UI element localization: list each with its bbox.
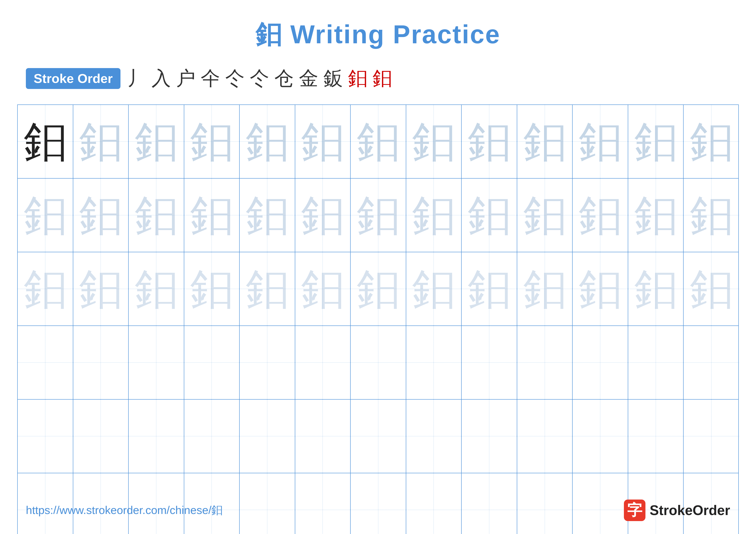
grid-row-2: 鈤 鈤 鈤 鈤 鈤 鈤 鈤 鈤 鈤 鈤 鈤 鈤 鈤: [18, 179, 738, 252]
grid-cell[interactable]: 鈤: [628, 252, 684, 325]
grid-cell[interactable]: 鈤: [295, 179, 351, 252]
grid-cell[interactable]: 鈤: [351, 105, 406, 178]
grid-cell[interactable]: [18, 326, 73, 399]
grid-cell[interactable]: 鈤: [240, 252, 295, 325]
grid-cell[interactable]: 鈤: [73, 252, 129, 325]
grid-cell[interactable]: [684, 399, 739, 473]
footer-logo: 字 StrokeOrder: [624, 499, 730, 521]
footer: https://www.strokeorder.com/chinese/鈤 字 …: [0, 499, 756, 521]
footer-url[interactable]: https://www.strokeorder.com/chinese/鈤: [26, 503, 223, 518]
grid-cell[interactable]: [628, 326, 684, 399]
grid-cell[interactable]: 鈤: [517, 179, 573, 252]
grid-cell[interactable]: 鈤: [684, 105, 739, 178]
grid-cell[interactable]: 鈤: [295, 105, 351, 178]
grid-cell[interactable]: 鈤: [129, 105, 184, 178]
grid-cell[interactable]: 鈤: [684, 252, 739, 325]
grid-row-5: [18, 399, 738, 473]
grid-cell[interactable]: 鈤: [573, 105, 628, 178]
grid-row-4: [18, 326, 738, 399]
grid-cell[interactable]: 鈤: [351, 179, 406, 252]
grid-cell[interactable]: [240, 399, 295, 473]
grid-cell[interactable]: [517, 326, 573, 399]
grid-cell[interactable]: 鈤: [684, 179, 739, 252]
grid-cell[interactable]: 鈤: [406, 105, 462, 178]
grid-cell[interactable]: 鈤: [73, 179, 129, 252]
grid-cell[interactable]: [240, 326, 295, 399]
grid-cell[interactable]: 鈤: [129, 252, 184, 325]
grid-row-3: 鈤 鈤 鈤 鈤 鈤 鈤 鈤 鈤 鈤 鈤 鈤 鈤 鈤: [18, 252, 738, 326]
grid-cell[interactable]: 鈤: [18, 105, 73, 178]
grid-cell[interactable]: 鈤: [240, 179, 295, 252]
grid-row-1: 鈤 鈤 鈤 鈤 鈤 鈤 鈤 鈤 鈤 鈤 鈤 鈤 鈤: [18, 105, 738, 179]
grid-cell[interactable]: [406, 326, 462, 399]
grid-cell[interactable]: 鈤: [573, 179, 628, 252]
grid-cell[interactable]: 鈤: [628, 179, 684, 252]
grid-cell[interactable]: 鈤: [462, 252, 517, 325]
logo-icon: 字: [624, 499, 645, 521]
grid-cell[interactable]: [73, 326, 129, 399]
grid-cell[interactable]: [295, 399, 351, 473]
grid-cell[interactable]: [295, 326, 351, 399]
grid-cell[interactable]: 鈤: [240, 105, 295, 178]
grid-cell[interactable]: [684, 326, 739, 399]
grid-cell[interactable]: [573, 326, 628, 399]
grid-cell[interactable]: [462, 326, 517, 399]
grid-cell[interactable]: 鈤: [129, 179, 184, 252]
grid-cell[interactable]: 鈤: [184, 252, 240, 325]
logo-text: StrokeOrder: [650, 502, 730, 518]
grid-cell[interactable]: 鈤: [517, 105, 573, 178]
grid-cell[interactable]: [351, 399, 406, 473]
page-title: 鈤 Writing Practice: [0, 0, 756, 52]
grid-cell[interactable]: 鈤: [18, 179, 73, 252]
grid-cell[interactable]: 鈤: [18, 252, 73, 325]
grid-cell[interactable]: 鈤: [573, 252, 628, 325]
grid-cell[interactable]: 鈤: [184, 105, 240, 178]
grid-cell[interactable]: 鈤: [406, 252, 462, 325]
grid-cell[interactable]: [129, 326, 184, 399]
grid-cell[interactable]: [18, 399, 73, 473]
grid-cell[interactable]: 鈤: [462, 179, 517, 252]
grid-cell[interactable]: [517, 399, 573, 473]
grid-cell[interactable]: [351, 326, 406, 399]
practice-grid: 鈤 鈤 鈤 鈤 鈤 鈤 鈤 鈤 鈤 鈤 鈤 鈤 鈤 鈤 鈤 鈤 鈤 鈤 鈤 鈤 …: [17, 105, 739, 534]
stroke-order-row: Stroke Order 丿 入 户 仐 仒 仒 仓 金 鈑 鈤 鈤: [0, 52, 756, 100]
grid-cell[interactable]: 鈤: [628, 105, 684, 178]
grid-cell[interactable]: 鈤: [517, 252, 573, 325]
stroke-chars: 丿 入 户 仐 仒 仒 仓 金 鈑 鈤 鈤: [127, 65, 392, 91]
grid-cell[interactable]: [184, 399, 240, 473]
grid-cell[interactable]: 鈤: [184, 179, 240, 252]
stroke-order-badge: Stroke Order: [26, 68, 121, 89]
grid-cell[interactable]: [129, 399, 184, 473]
grid-cell[interactable]: [462, 399, 517, 473]
grid-cell[interactable]: 鈤: [73, 105, 129, 178]
grid-cell[interactable]: 鈤: [295, 252, 351, 325]
grid-cell[interactable]: 鈤: [462, 105, 517, 178]
grid-cell[interactable]: [184, 326, 240, 399]
grid-cell[interactable]: 鈤: [406, 179, 462, 252]
grid-cell[interactable]: [628, 399, 684, 473]
grid-cell[interactable]: [73, 399, 129, 473]
grid-cell[interactable]: [406, 399, 462, 473]
grid-cell[interactable]: [573, 399, 628, 473]
grid-cell[interactable]: 鈤: [351, 252, 406, 325]
